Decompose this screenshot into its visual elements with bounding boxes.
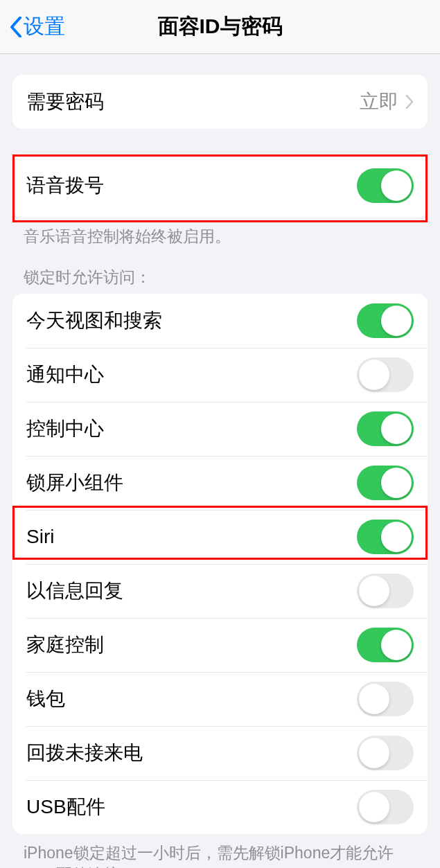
row-lock-item[interactable]: 锁屏小组件 (12, 456, 428, 510)
lock-item-toggle[interactable] (357, 520, 414, 554)
voice-dial-footer: 音乐语音控制将始终被启用。 (24, 226, 416, 247)
lock-item-label: USB配件 (26, 794, 357, 820)
lock-item-toggle[interactable] (357, 628, 414, 662)
row-lock-item[interactable]: 家庭控制 (12, 618, 428, 672)
require-passcode-label: 需要密码 (26, 89, 360, 115)
lock-item-toggle[interactable] (357, 411, 414, 446)
lock-item-toggle[interactable] (357, 466, 414, 500)
lock-item-toggle[interactable] (357, 790, 414, 824)
section-voice-dial: 语音拨号 (12, 154, 428, 218)
row-lock-item[interactable]: Siri (12, 510, 428, 564)
chevron-left-icon (10, 17, 22, 37)
row-lock-item[interactable]: USB配件 (12, 780, 428, 834)
lock-item-label: 控制中心 (26, 416, 357, 442)
section-lock-access: 今天视图和搜索通知中心控制中心锁屏小组件Siri以信息回复家庭控制钱包回拨未接来… (12, 294, 428, 834)
back-button[interactable]: 设置 (10, 12, 65, 41)
lock-item-toggle[interactable] (357, 736, 414, 770)
lock-item-label: 通知中心 (26, 362, 357, 388)
chevron-right-icon (405, 95, 414, 109)
back-label: 设置 (24, 12, 65, 41)
lock-item-toggle[interactable] (357, 357, 414, 392)
voice-dial-toggle[interactable] (357, 168, 414, 203)
row-voice-dial[interactable]: 语音拨号 (12, 154, 428, 218)
row-lock-item[interactable]: 钱包 (12, 672, 428, 726)
nav-bar: 设置 面容ID与密码 (0, 0, 440, 54)
lock-access-header: 锁定时允许访问： (24, 267, 416, 288)
lock-item-label: 钱包 (26, 686, 357, 712)
content: 需要密码 立即 语音拨号 音乐语音控制将始终被启用。 锁定时允许访问： 今天视图… (0, 75, 440, 868)
page-title: 面容ID与密码 (158, 12, 283, 41)
row-lock-item[interactable]: 今天视图和搜索 (12, 294, 428, 348)
lock-item-label: 以信息回复 (26, 578, 357, 604)
row-lock-item[interactable]: 回拨未接来电 (12, 726, 428, 780)
row-lock-item[interactable]: 通知中心 (12, 348, 428, 402)
row-lock-item[interactable]: 以信息回复 (12, 564, 428, 618)
lock-item-label: 锁屏小组件 (26, 470, 357, 496)
lock-item-toggle[interactable] (357, 682, 414, 716)
lock-access-footer: iPhone锁定超过一小时后，需先解锁iPhone才能允许USB配件连接。 (24, 842, 416, 868)
row-lock-item[interactable]: 控制中心 (12, 402, 428, 456)
lock-item-toggle[interactable] (357, 574, 414, 608)
voice-dial-label: 语音拨号 (26, 172, 357, 199)
lock-item-label: 回拨未接来电 (26, 740, 357, 766)
require-passcode-value: 立即 (360, 89, 398, 115)
lock-item-label: 家庭控制 (26, 632, 357, 658)
lock-item-label: 今天视图和搜索 (26, 308, 357, 334)
lock-item-label: Siri (26, 526, 357, 548)
lock-item-toggle[interactable] (357, 303, 414, 338)
section-require-passcode: 需要密码 立即 (12, 75, 428, 129)
row-require-passcode[interactable]: 需要密码 立即 (12, 75, 428, 129)
